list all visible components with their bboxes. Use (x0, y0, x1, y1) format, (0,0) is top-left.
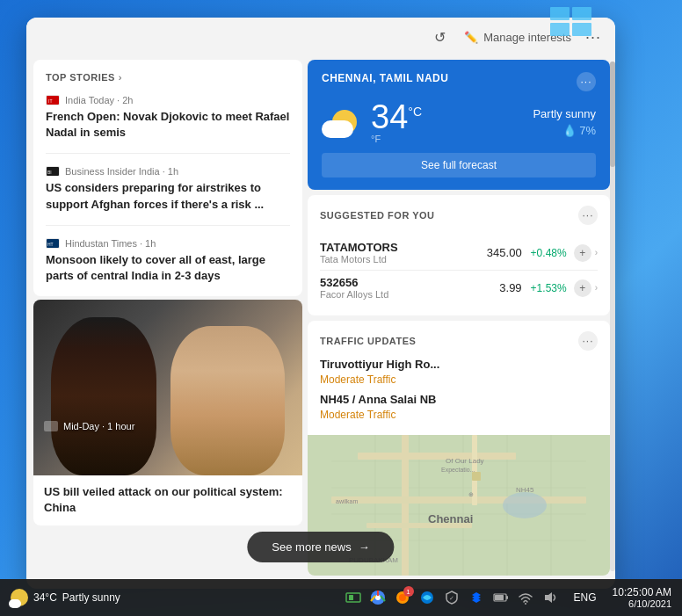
section-header: TOP STORIES › (46, 72, 290, 83)
face-light (170, 326, 285, 475)
rain-drop-icon: 💧 (562, 124, 577, 137)
stock-price: 3.99 (499, 281, 521, 294)
content-area: TOP STORIES › IT India Today · 2h French… (26, 56, 615, 583)
weather-location: CHENNAI, TAMIL NADU (322, 72, 448, 84)
top-stories-section: TOP STORIES › IT India Today · 2h French… (33, 60, 302, 296)
list-item[interactable]: HT Hindustan Times · 1h Monsoon likely t… (46, 238, 290, 284)
weather-header: CHENNAI, TAMIL NADU ··· (322, 72, 596, 91)
weather-rain: 💧 7% (533, 124, 596, 137)
traffic-info: Tiruvottiyur High Ro... Moderate Traffic… (308, 358, 610, 435)
svg-rect-33 (572, 23, 591, 36)
list-item[interactable]: BI Business Insider India · 1h US consid… (46, 166, 290, 225)
svg-rect-35 (349, 595, 353, 600)
wifi-icon[interactable] (518, 590, 533, 605)
stocks-more-button[interactable]: ··· (578, 206, 598, 225)
svg-rect-18 (331, 496, 586, 504)
taskbar-cloud (9, 599, 21, 608)
weather-icon (322, 103, 360, 141)
windows-logo (550, 7, 594, 38)
list-item[interactable]: TATAMOTORS Tata Motors Ltd 345.00 +0.48%… (320, 236, 598, 271)
chrome-icon[interactable] (370, 590, 386, 605)
see-more-label: See more news (272, 540, 351, 554)
svg-text:IT: IT (48, 98, 52, 104)
image-source-text: Mid-Day · 1 hour (63, 421, 134, 431)
traffic-road-1: Tiruvottiyur High Ro... (320, 358, 598, 371)
weather-more-button[interactable]: ··· (577, 72, 596, 91)
svg-rect-28 (472, 472, 481, 481)
svg-marker-44 (472, 598, 481, 603)
list-item[interactable]: IT India Today · 2h French Open: Novak D… (46, 95, 290, 154)
traffic-status-2: Moderate Traffic (320, 409, 598, 421)
news-headline[interactable]: French Open: Novak Djokovic to meet Rafa… (46, 109, 290, 141)
chevron-icon: › (119, 72, 122, 83)
scrollbar-thumb[interactable] (610, 62, 615, 167)
right-column: CHENNAI, TAMIL NADU ··· 34°C °F (308, 56, 615, 583)
stock-change: +1.53% (531, 282, 567, 294)
firefox-icon-wrap: 1 (395, 590, 410, 605)
stock-info: TATAMOTORS Tata Motors Ltd (320, 241, 487, 265)
news-image-card[interactable]: Mid-Day · 1 hour US bill veiled attack o… (33, 300, 302, 525)
stock-symbol: TATAMOTORS (320, 241, 487, 254)
svg-rect-46 (495, 595, 504, 600)
traffic-status-1: Moderate Traffic (320, 373, 598, 386)
taskbar-weather[interactable]: 34°C Partly sunny (11, 589, 120, 606)
face-dark (51, 317, 156, 475)
see-more-arrow: → (359, 540, 370, 554)
stock-add-button[interactable]: + (574, 279, 591, 297)
source-logo-midday (44, 421, 58, 431)
svg-text:BI: BI (47, 170, 52, 175)
traffic-title: TRAFFIC UPDATES (320, 336, 416, 346)
stock-arrow-icon: › (595, 283, 598, 293)
stock-arrow-icon: › (595, 248, 598, 257)
taskbar-time[interactable]: 10:25:00 AM 6/10/2021 (613, 586, 671, 609)
news-headline[interactable]: US considers preparing for airstrikes to… (46, 180, 290, 212)
temperature-value: 34°C (371, 98, 422, 135)
svg-text:Chennai: Chennai (428, 512, 473, 525)
svg-text:NH45: NH45 (516, 486, 534, 494)
temperature-display: 34°C °F (371, 100, 422, 144)
traffic-road-2: NH45 / Anna Salai NB (320, 393, 598, 406)
svg-rect-32 (550, 23, 570, 36)
stocks-title: SUGGESTED FOR YOU (320, 210, 435, 221)
battery-icon[interactable] (493, 590, 509, 605)
news-headline[interactable]: Monsoon likely to cover all of east, lar… (46, 252, 290, 284)
forecast-button[interactable]: See full forecast (322, 153, 596, 178)
taskbar-date-value: 6/10/2021 (613, 598, 671, 609)
language-indicator[interactable]: ENG (574, 591, 597, 604)
weather-left: 34°C °F (322, 100, 422, 144)
taskbar-temp: 34°C (33, 591, 57, 604)
see-more-news-button[interactable]: See more news → (247, 532, 394, 562)
toolbar: ↺ ✏️ Manage interests ··· (26, 18, 615, 56)
svg-text:HT: HT (47, 242, 54, 247)
dropbox-icon[interactable] (468, 590, 484, 605)
news-source: HT Hindustan Times · 1h (46, 238, 290, 249)
weather-description: Partly sunny (533, 107, 596, 120)
refresh-icon[interactable]: ↺ (429, 26, 450, 47)
stock-info: 532656 Facor Alloys Ltd (320, 276, 499, 300)
cloud-shape (322, 120, 353, 138)
image-source: Mid-Day · 1 hour (44, 421, 134, 431)
gpu-icon[interactable] (345, 590, 361, 605)
svg-rect-30 (550, 7, 570, 20)
edge-icon[interactable] (419, 590, 435, 605)
svg-point-21 (503, 492, 547, 518)
taskbar-time-value: 10:25:00 AM (613, 586, 671, 598)
traffic-more-button[interactable]: ··· (578, 331, 598, 351)
svg-rect-17 (402, 435, 409, 576)
source-logo-bi: BI (46, 166, 60, 177)
svg-rect-31 (572, 7, 591, 20)
widget-panel: ↺ ✏️ Manage interests ··· TOP STORIES › … (26, 18, 615, 589)
taskbar: 34°C Partly sunny 1 (0, 579, 682, 616)
svg-text:⊕: ⊕ (468, 491, 474, 497)
stock-change: +0.48% (531, 247, 567, 259)
news-source: BI Business Insider India · 1h (46, 166, 290, 177)
temp-unit-c: °C (408, 105, 422, 119)
volume-icon[interactable] (542, 590, 558, 605)
list-item[interactable]: 532656 Facor Alloys Ltd 3.99 +1.53% + › (320, 271, 598, 305)
svg-text:Expectatio...: Expectatio... (441, 467, 475, 474)
shield-icon[interactable]: ✓ (444, 590, 460, 605)
news-source: IT India Today · 2h (46, 95, 290, 105)
stock-add-button[interactable]: + (574, 244, 591, 262)
svg-text:awilkam: awilkam (336, 498, 358, 504)
stocks-card: SUGGESTED FOR YOU ··· TATAMOTORS Tata Mo… (308, 195, 610, 315)
